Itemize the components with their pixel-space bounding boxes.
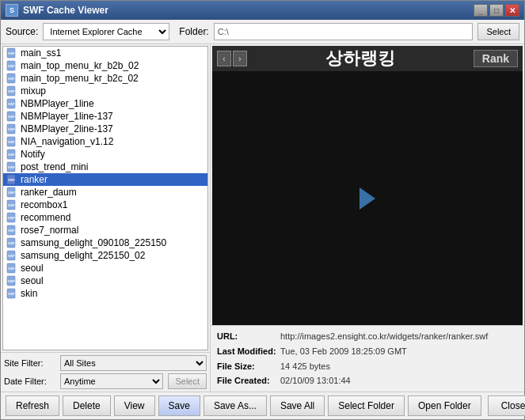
size-label: File Size:: [217, 359, 280, 374]
select-button[interactable]: Select: [477, 23, 519, 40]
file-icon: SWF: [6, 237, 17, 248]
url-label: URL:: [217, 329, 280, 344]
close-title-button[interactable]: ✕: [505, 4, 519, 17]
main-window: S SWF Cache Viewer _ □ ✕ Source: Interne…: [0, 0, 525, 420]
file-name: Notify: [21, 149, 45, 160]
site-filter-label: Site Filter:: [4, 358, 55, 368]
list-item[interactable]: SWF samsung_delight_090108_225150: [3, 236, 207, 249]
svg-text:SWF: SWF: [8, 279, 15, 283]
file-name: NIA_navigation_v1.12: [21, 136, 113, 147]
file-icon: SWF: [6, 250, 17, 261]
prev-arrow-button[interactable]: ‹: [217, 51, 231, 66]
list-item[interactable]: SWF post_trend_mini: [3, 161, 207, 173]
file-name: seoul: [21, 275, 44, 286]
svg-text:SWF: SWF: [8, 229, 15, 233]
file-icon: SWF: [6, 199, 17, 210]
modified-label: Last Modified:: [217, 344, 280, 359]
svg-text:SWF: SWF: [8, 77, 15, 81]
source-select[interactable]: Internet Explorer Cache: [43, 23, 169, 40]
list-item[interactable]: SWF recommend: [3, 211, 207, 224]
file-icon: SWF: [6, 149, 17, 160]
file-icon: SWF: [6, 263, 17, 274]
file-icon: SWF: [6, 161, 17, 172]
file-name: samsung_delight_225150_02: [21, 250, 145, 261]
list-item[interactable]: SWF main_top_menu_kr_b2b_02: [3, 59, 207, 72]
left-panel: SWF main_ss1 SWF main_top_menu_kr_b2b_02…: [1, 44, 211, 392]
list-item[interactable]: SWF skin: [3, 287, 207, 300]
cursor-icon: [360, 187, 375, 210]
svg-text:SWF: SWF: [8, 51, 15, 55]
file-icon: SWF: [6, 212, 17, 223]
list-item[interactable]: SWF NBMPlayer_1line-137: [3, 110, 207, 123]
file-icon: SWF: [6, 187, 17, 198]
file-name: post_trend_mini: [21, 161, 88, 172]
main-content: SWF main_ss1 SWF main_top_menu_kr_b2b_02…: [1, 44, 524, 392]
file-icon: SWF: [6, 136, 17, 147]
file-name: main_top_menu_kr_b2b_02: [21, 60, 139, 71]
svg-text:SWF: SWF: [8, 64, 15, 68]
minimize-button[interactable]: _: [474, 4, 488, 17]
list-item[interactable]: SWF NBMPlayer_2line-137: [3, 123, 207, 135]
svg-text:SWF: SWF: [8, 292, 15, 296]
file-name: skin: [21, 288, 37, 299]
folder-label: Folder:: [179, 26, 208, 37]
file-name: seoul: [21, 263, 44, 274]
svg-text:SWF: SWF: [8, 178, 15, 182]
select-folder-button[interactable]: Select Folder: [328, 395, 405, 416]
filter-select-button[interactable]: Select: [168, 373, 207, 389]
date-filter-label: Date Filter:: [4, 376, 55, 386]
list-item[interactable]: SWF recombox1: [3, 199, 207, 211]
svg-text:SWF: SWF: [8, 203, 15, 207]
list-item[interactable]: SWF ranker_daum: [3, 186, 207, 199]
file-name: mixup: [21, 85, 46, 96]
list-item[interactable]: SWF ranker: [3, 173, 207, 186]
file-icon: SWF: [6, 60, 17, 71]
list-item[interactable]: SWF Notify: [3, 148, 207, 161]
created-value: 02/10/09 13:01:44: [280, 373, 351, 388]
svg-text:SWF: SWF: [8, 140, 15, 144]
delete-button[interactable]: Delete: [63, 395, 111, 416]
toolbar: Source: Internet Explorer Cache Folder: …: [1, 20, 524, 44]
save-all-button[interactable]: Save All: [270, 395, 325, 416]
window-title: SWF Cache Viewer: [23, 5, 108, 16]
list-item[interactable]: SWF NBMPlayer_1line: [3, 97, 207, 110]
preview-title: 상하랭킹: [252, 47, 469, 70]
close-button[interactable]: Close: [488, 395, 525, 416]
svg-text:SWF: SWF: [8, 216, 15, 220]
file-name: NBMPlayer_1line: [21, 98, 94, 109]
save-as-button[interactable]: Save As...: [204, 395, 267, 416]
list-item[interactable]: SWF seoul: [3, 262, 207, 274]
file-icon: SWF: [6, 225, 17, 236]
right-panel: ‹ › 상하랭킹 Rank URL: http://images2.ensigh…: [211, 44, 524, 392]
list-item[interactable]: SWF mixup: [3, 85, 207, 97]
list-item[interactable]: SWF seoul: [3, 274, 207, 287]
list-item[interactable]: SWF samsung_delight_225150_02: [3, 249, 207, 262]
svg-text:SWF: SWF: [8, 115, 15, 119]
list-item[interactable]: SWF main_top_menu_kr_b2c_02: [3, 72, 207, 85]
folder-input[interactable]: [214, 23, 474, 40]
file-icon: SWF: [6, 111, 17, 122]
refresh-button[interactable]: Refresh: [6, 395, 59, 416]
file-icon: SWF: [6, 85, 17, 96]
file-icon: SWF: [6, 47, 17, 59]
title-bar: S SWF Cache Viewer _ □ ✕: [1, 1, 524, 20]
file-name: main_top_menu_kr_b2c_02: [21, 73, 139, 84]
next-arrow-button[interactable]: ›: [233, 51, 247, 66]
file-name: recombox1: [21, 199, 67, 210]
open-folder-button[interactable]: Open Folder: [408, 395, 481, 416]
created-label: File Created:: [217, 373, 280, 388]
list-item[interactable]: SWF NIA_navigation_v1.12: [3, 135, 207, 148]
date-filter-select[interactable]: Anytime: [60, 373, 163, 389]
list-item[interactable]: SWF main_ss1: [3, 47, 207, 59]
file-name: ranker: [21, 174, 48, 185]
view-button[interactable]: View: [114, 395, 155, 416]
site-filter-select[interactable]: All Sites: [60, 355, 207, 371]
save-button[interactable]: Save: [158, 395, 200, 416]
file-name: NBMPlayer_2line-137: [21, 123, 113, 134]
bottom-bar: Refresh Delete View Save Save As... Save…: [1, 392, 524, 419]
list-item[interactable]: SWF rose7_normal: [3, 224, 207, 236]
svg-text:SWF: SWF: [8, 165, 15, 169]
svg-text:SWF: SWF: [8, 267, 15, 271]
file-name: ranker_daum: [21, 187, 77, 198]
maximize-button[interactable]: □: [489, 4, 504, 17]
